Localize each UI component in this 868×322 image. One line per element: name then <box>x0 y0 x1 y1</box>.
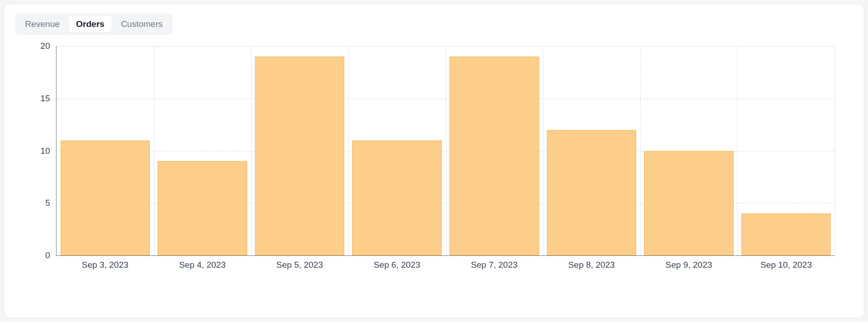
bar-slot: Sep 8, 2023 <box>543 46 640 255</box>
chart-area: 05101520Sep 3, 2023Sep 4, 2023Sep 5, 202… <box>15 46 853 305</box>
bar[interactable] <box>352 140 442 255</box>
bar-slot: Sep 7, 2023 <box>446 46 543 255</box>
x-tick-label: Sep 4, 2023 <box>179 255 225 270</box>
bar[interactable] <box>449 57 539 255</box>
x-tick-label: Sep 6, 2023 <box>373 255 420 270</box>
bar[interactable] <box>61 140 150 255</box>
tab-orders[interactable]: Orders <box>69 16 112 32</box>
x-tick-label: Sep 3, 2023 <box>82 255 128 270</box>
metric-tabs: Revenue Orders Customers <box>15 13 173 35</box>
bar[interactable] <box>741 213 831 255</box>
bar[interactable] <box>547 130 637 255</box>
bar[interactable] <box>158 161 247 255</box>
tab-revenue[interactable]: Revenue <box>18 16 67 32</box>
bar-slot: Sep 9, 2023 <box>640 46 738 255</box>
bar-slot: Sep 4, 2023 <box>154 46 251 255</box>
y-tick-label: 5 <box>45 198 56 208</box>
y-tick-label: 15 <box>41 93 56 104</box>
bar[interactable] <box>255 57 345 255</box>
x-tick-label: Sep 5, 2023 <box>276 255 323 270</box>
bar[interactable] <box>644 151 734 256</box>
bar-chart: 05101520Sep 3, 2023Sep 4, 2023Sep 5, 202… <box>56 46 835 256</box>
bar-slot: Sep 6, 2023 <box>348 46 446 255</box>
tab-customers[interactable]: Customers <box>113 16 170 32</box>
bar-slot: Sep 10, 2023 <box>737 46 835 255</box>
x-tick-label: Sep 8, 2023 <box>568 255 615 270</box>
x-tick-label: Sep 7, 2023 <box>471 255 517 270</box>
vgridline <box>835 46 835 255</box>
y-tick-label: 20 <box>41 41 56 51</box>
y-tick-label: 10 <box>41 146 56 156</box>
bar-slot: Sep 3, 2023 <box>56 46 154 255</box>
x-tick-label: Sep 9, 2023 <box>665 255 712 270</box>
x-tick-label: Sep 10, 2023 <box>761 255 812 270</box>
y-tick-label: 0 <box>45 250 56 260</box>
bars-container: Sep 3, 2023Sep 4, 2023Sep 5, 2023Sep 6, … <box>56 46 835 255</box>
chart-card: Revenue Orders Customers 05101520Sep 3, … <box>4 4 864 318</box>
bar-slot: Sep 5, 2023 <box>251 46 348 255</box>
